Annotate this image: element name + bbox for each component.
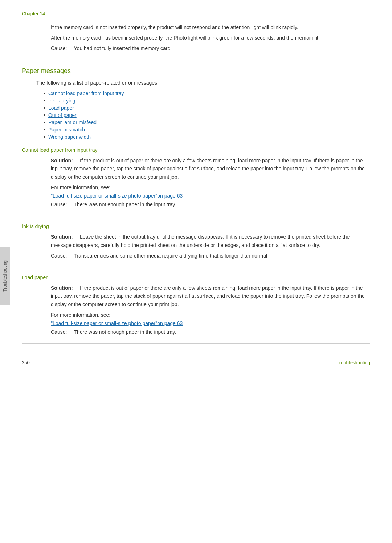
load-paper-cause: Cause: There was not enough paper in the… <box>51 328 370 336</box>
link-wrong-width[interactable]: Wrong paper width <box>48 134 91 140</box>
cannot-load-solution: Solution: If the product is out of paper… <box>51 157 370 181</box>
paper-messages-heading: Paper messages <box>22 67 370 75</box>
cannot-load-link[interactable]: "Load full-size paper or small-size phot… <box>51 193 183 199</box>
cannot-load-cause: Cause: There was not enough paper in the… <box>51 201 370 208</box>
sidebar-label: Troubleshooting <box>3 260 8 292</box>
cause-label: Cause: <box>51 45 67 51</box>
link-out-of-paper[interactable]: Out of paper <box>48 112 77 118</box>
footer-section: Troubleshooting <box>336 360 370 365</box>
solution-text: If the product is out of paper or there … <box>51 158 365 180</box>
list-item: Paper jam or misfeed <box>44 119 370 125</box>
list-item: Load paper <box>44 105 370 111</box>
link-load-paper[interactable]: Load paper <box>48 105 74 111</box>
cannot-load-section: Cannot load paper from input tray Soluti… <box>22 147 370 208</box>
cause-text: You had not fully inserted the memory ca… <box>74 45 172 51</box>
paper-messages-list: Cannot load paper from input tray Ink is… <box>44 90 370 140</box>
ink-drying-section: Ink is drying Solution: Leave the sheet … <box>22 223 370 260</box>
load-paper-link[interactable]: "Load full-size paper or small-size phot… <box>51 320 183 326</box>
cause-label: Cause: <box>51 329 67 335</box>
load-paper-for-more-info: For more information, see: <box>51 311 370 319</box>
cause-text: There was not enough paper in the input … <box>74 329 176 335</box>
list-item: Paper mismatch <box>44 127 370 133</box>
list-item: Cannot load paper from input tray <box>44 90 370 96</box>
paper-messages-intro: The following is a list of paper-related… <box>36 79 370 87</box>
load-paper-section: Load paper Solution: If the product is o… <box>22 275 370 336</box>
solution-label: Solution: <box>51 158 73 163</box>
link-paper-mismatch[interactable]: Paper mismatch <box>48 127 85 133</box>
cause-label: Cause: <box>51 253 67 259</box>
list-item: Out of paper <box>44 112 370 118</box>
cannot-load-for-more-info: For more information, see: <box>51 184 370 191</box>
link-ink-drying[interactable]: Ink is drying <box>48 98 75 104</box>
solution-text: Leave the sheet in the output tray until… <box>51 234 350 248</box>
intro-para2: After the memory card has been inserted … <box>51 34 370 42</box>
list-item: Wrong paper width <box>44 134 370 140</box>
intro-cause: Cause: You had not fully inserted the me… <box>51 45 370 52</box>
cannot-load-heading: Cannot load paper from input tray <box>22 147 370 153</box>
solution-label: Solution: <box>51 285 73 291</box>
footer: 250 Troubleshooting <box>22 360 370 365</box>
cause-text: Transparencies and some other media requ… <box>74 253 269 259</box>
link-paper-jam[interactable]: Paper jam or misfeed <box>48 119 97 125</box>
load-paper-solution: Solution: If the product is out of paper… <box>51 284 370 308</box>
paper-messages-section: Paper messages The following is a list o… <box>22 67 370 140</box>
link-cannot-load[interactable]: Cannot load paper from input tray <box>48 90 124 96</box>
divider-4 <box>22 343 370 344</box>
load-paper-heading: Load paper <box>22 275 370 280</box>
sidebar-tab: Troubleshooting <box>0 247 10 305</box>
page-number: 250 <box>22 360 30 365</box>
chapter-label: Chapter 14 <box>22 11 370 16</box>
divider-2 <box>22 216 370 216</box>
load-paper-link-line: "Load full-size paper or small-size phot… <box>51 320 370 326</box>
ink-drying-cause: Cause: Transparencies and some other med… <box>51 252 370 260</box>
cannot-load-link-line: "Load full-size paper or small-size phot… <box>51 193 370 199</box>
solution-label: Solution: <box>51 234 73 240</box>
ink-drying-solution: Solution: Leave the sheet in the output … <box>51 233 370 249</box>
cause-text: There was not enough paper in the input … <box>74 202 176 207</box>
list-item: Ink is drying <box>44 98 370 104</box>
solution-text: If the product is out of paper or there … <box>51 285 365 307</box>
divider-3 <box>22 267 370 267</box>
divider-1 <box>22 60 370 60</box>
cause-label: Cause: <box>51 202 67 207</box>
intro-para1: If the memory card is not inserted prope… <box>51 24 370 31</box>
ink-drying-heading: Ink is drying <box>22 223 370 229</box>
